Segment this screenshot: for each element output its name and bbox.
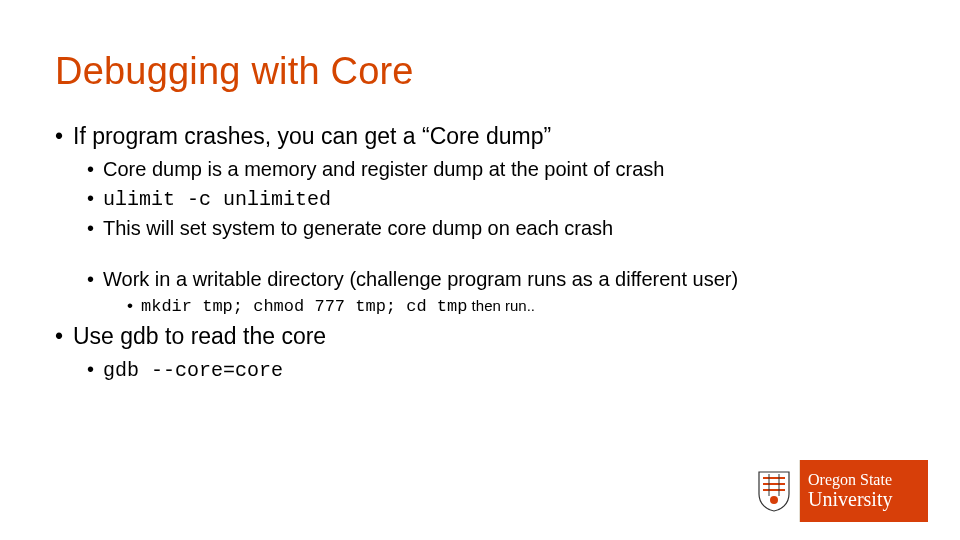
logo-line1: Oregon State	[808, 472, 928, 489]
bullet-l2: Core dump is a memory and register dump …	[87, 156, 905, 183]
code-text: mkdir tmp; chmod 777 tmp; cd tmp	[141, 297, 467, 316]
bullet-l2: This will set system to generate core du…	[87, 215, 905, 242]
bullet-text: Core dump is a memory and register dump …	[103, 158, 664, 180]
slide-title: Debugging with Core	[55, 50, 905, 93]
osu-crest-icon	[748, 460, 800, 522]
osu-logo-text: Oregon State University	[800, 460, 928, 522]
sub-list: gdb --core=core	[87, 356, 905, 384]
sub-list: Work in a writable directory (challenge …	[87, 266, 905, 319]
bullet-l2: ulimit -c unlimited	[87, 185, 905, 213]
bullet-list: If program crashes, you can get a “Core …	[55, 121, 905, 384]
shield-icon	[757, 470, 791, 512]
logo-line2: University	[808, 489, 928, 510]
code-text: gdb --core=core	[103, 359, 283, 382]
bullet-text: Use gdb to read the core	[73, 323, 326, 349]
sub-sub-list: mkdir tmp; chmod 777 tmp; cd tmp then ru…	[127, 295, 905, 319]
bullet-text: Work in a writable directory (challenge …	[103, 268, 738, 290]
bullet-l1: Use gdb to read the core gdb --core=core	[55, 321, 905, 384]
bullet-l1: If program crashes, you can get a “Core …	[55, 121, 905, 319]
osu-logo: Oregon State University	[748, 460, 928, 522]
svg-point-0	[770, 496, 778, 504]
code-text: ulimit -c unlimited	[103, 188, 331, 211]
spacer	[73, 244, 905, 262]
bullet-text: then run..	[467, 297, 535, 314]
bullet-l2: gdb --core=core	[87, 356, 905, 384]
slide: Debugging with Core If program crashes, …	[0, 0, 960, 384]
bullet-text: This will set system to generate core du…	[103, 217, 613, 239]
sub-list: Core dump is a memory and register dump …	[87, 156, 905, 242]
bullet-text: If program crashes, you can get a “Core …	[73, 123, 551, 149]
bullet-l2: Work in a writable directory (challenge …	[87, 266, 905, 319]
bullet-l3: mkdir tmp; chmod 777 tmp; cd tmp then ru…	[127, 295, 905, 319]
